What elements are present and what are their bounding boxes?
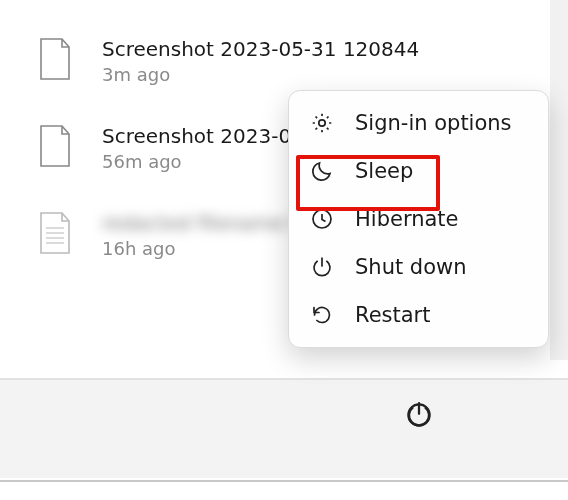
power-menu: Sign-in options Sleep Hibernate Shut dow… — [288, 90, 549, 348]
file-time: 3m ago — [102, 64, 419, 85]
menu-item-label: Restart — [355, 303, 430, 327]
menu-item-hibernate[interactable]: Hibernate — [295, 195, 542, 243]
menu-item-label: Hibernate — [355, 207, 458, 231]
file-icon — [36, 36, 74, 80]
menu-item-shutdown[interactable]: Shut down — [295, 243, 542, 291]
file-name: Screenshot 2023-05-31 120844 — [102, 36, 419, 62]
menu-item-signin-options[interactable]: Sign-in options — [295, 99, 542, 147]
taskbar-tray — [0, 378, 568, 478]
restart-icon — [309, 302, 335, 328]
menu-item-label: Shut down — [355, 255, 467, 279]
file-icon — [36, 123, 74, 167]
menu-item-sleep[interactable]: Sleep — [295, 147, 542, 195]
svg-point-5 — [319, 120, 325, 126]
power-button[interactable] — [404, 400, 434, 434]
moon-icon — [309, 158, 335, 184]
file-time: 56m ago — [102, 151, 291, 172]
menu-item-restart[interactable]: Restart — [295, 291, 542, 339]
menu-item-label: Sleep — [355, 159, 413, 183]
cropped-footer-text — [0, 480, 568, 500]
scrollbar-track[interactable] — [550, 0, 568, 360]
menu-item-label: Sign-in options — [355, 111, 512, 135]
file-item[interactable]: Screenshot 2023-05-31 120844 3m ago — [0, 28, 568, 93]
text-file-icon — [36, 210, 74, 254]
clock-icon — [309, 206, 335, 232]
gear-icon — [309, 110, 335, 136]
power-icon — [309, 254, 335, 280]
file-name: Screenshot 2023-0 — [102, 123, 291, 149]
